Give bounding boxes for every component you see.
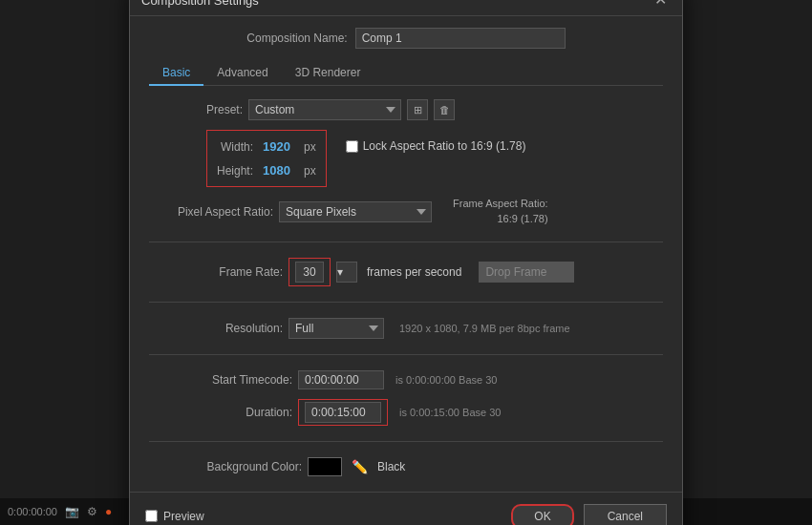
color-icon: ● [105,505,112,518]
preview-label: Preview [163,510,204,523]
lock-aspect-checkbox[interactable] [346,140,358,153]
width-label: Width: [217,140,253,154]
lock-aspect-label: Lock Aspect Ratio to 16:9 (1.78) [363,139,526,153]
dialog-title: Composition Settings [141,0,259,8]
eyedropper-button[interactable]: ✏️ [348,459,372,474]
tab-3d-renderer[interactable]: 3D Renderer [282,61,374,86]
divider-3 [149,354,663,355]
preset-label: Preset: [206,103,243,116]
frame-rate-dropdown[interactable]: ▾ [336,262,357,283]
camera-icon: 📷 [65,505,79,518]
fps-label: frames per second [367,265,461,279]
motion-icon: ⚙ [87,505,97,518]
drop-frame-select[interactable]: Drop Frame Non-Drop Frame [479,262,574,283]
preset-row: Preset: Custom HDTV 1080 25 HDTV 1080 29… [149,99,663,120]
frame-aspect-label: Frame Aspect Ratio: [453,198,548,209]
lock-aspect-row: Lock Aspect Ratio to 16:9 (1.78) [346,139,526,153]
height-unit: px [304,164,316,178]
frame-rate-box [288,258,331,286]
height-row: Height: px [217,160,316,180]
delete-icon: 🗑 [439,104,450,116]
background-color-row: Background Color: ✏️ Black [149,457,663,476]
dialog-title-bar: Composition Settings ✕ [130,0,682,16]
save-icon: ⊞ [414,104,422,116]
width-row: Width: px [217,136,316,157]
comp-name-label: Composition Name: [246,32,347,45]
tab-basic[interactable]: Basic [149,61,203,86]
divider-1 [149,242,663,242]
comp-name-input[interactable] [355,28,566,49]
duration-box [298,399,388,426]
dialog-footer: Preview OK Cancel [130,492,682,525]
duration-row: Duration: is 0:00:15:00 Base 30 [149,399,663,426]
dialog-body: Composition Name: Basic Advanced 3D Rend… [130,16,682,492]
frame-rate-label: Frame Rate: [206,265,283,279]
start-timecode-row: Start Timecode: is 0:00:00:00 Base 30 [149,370,663,389]
pixel-aspect-label: Pixel Aspect Ratio: [159,205,273,219]
bg-color-label: Background Color: [187,460,302,473]
resolution-row: Resolution: Full Half Quarter 1920 x 108… [149,318,663,339]
resolution-info: 1920 x 1080, 7.9 MB per 8bpc frame [399,323,570,334]
bg-color-name: Black [377,460,405,473]
resolution-select[interactable]: Full Half Quarter [288,318,384,339]
comp-name-row: Composition Name: [149,28,663,49]
tabs-bar: Basic Advanced 3D Renderer [149,60,663,86]
dimensions-row: Width: px Height: px Lock Aspect Ratio t… [149,130,663,187]
start-timecode-info: is 0:00:00:00 Base 30 [395,374,497,386]
preset-save-button[interactable]: ⊞ [407,99,428,120]
width-input[interactable] [257,136,300,157]
frame-rate-row: Frame Rate: ▾ frames per second Drop Fra… [149,258,663,286]
preset-delete-button[interactable]: 🗑 [434,99,455,120]
pixel-aspect-row: Pixel Aspect Ratio: Square Pixels D1/DV … [149,197,663,226]
dimensions-box: Width: px Height: px [206,130,327,187]
close-button[interactable]: ✕ [651,0,671,8]
frame-rate-input[interactable] [295,262,324,283]
tab-advanced[interactable]: Advanced [203,61,281,86]
ok-button[interactable]: OK [511,504,573,525]
preview-row: Preview [145,510,204,523]
cancel-button[interactable]: Cancel [584,504,667,525]
start-timecode-label: Start Timecode: [197,373,292,387]
duration-info: is 0:00:15:00 Base 30 [399,407,501,418]
frame-aspect-value: 16:9 (1.78) [497,213,547,224]
divider-4 [149,441,663,442]
bottom-timecode: 0:00:00:00 [8,506,57,517]
duration-input[interactable] [305,402,381,423]
basic-settings-form: Preset: Custom HDTV 1080 25 HDTV 1080 29… [149,99,663,476]
preview-checkbox[interactable] [145,510,158,522]
pixel-aspect-select[interactable]: Square Pixels D1/DV NTSC (0.91) [279,201,432,222]
preset-select[interactable]: Custom HDTV 1080 25 HDTV 1080 29.97 [248,99,401,120]
resolution-label: Resolution: [206,322,283,335]
height-input[interactable] [257,160,300,180]
composition-settings-dialog: Composition Settings ✕ Composition Name:… [129,0,683,525]
start-timecode-input[interactable] [298,370,384,389]
bg-color-swatch[interactable] [308,457,342,476]
width-unit: px [304,140,316,154]
height-label: Height: [217,164,253,178]
footer-buttons: OK Cancel [511,504,667,525]
duration-label: Duration: [197,406,292,419]
divider-2 [149,302,663,303]
frame-aspect-info: Frame Aspect Ratio: 16:9 (1.78) [453,197,548,226]
